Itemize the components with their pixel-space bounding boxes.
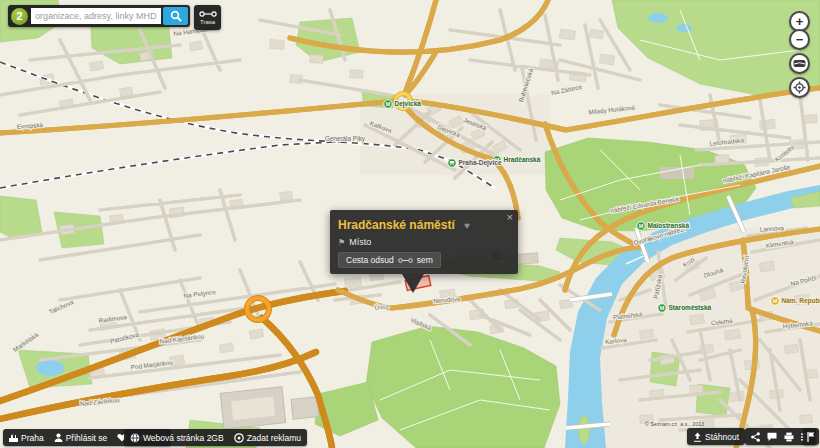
website-promo-label: Webová stránka 2GB: [143, 433, 224, 443]
route-to-label: sem: [417, 255, 433, 265]
popup-pointer: [402, 274, 424, 293]
bottom-promo-toolbar: Webová stránka 2GB Zadat reklamu: [124, 429, 307, 446]
share-icon: [751, 432, 760, 442]
route-icon: [199, 10, 217, 18]
metro-station-badge[interactable]: MNám. Republiky: [771, 297, 820, 306]
svg-text:M: M: [660, 305, 665, 311]
map-label: Na Zátorce: [551, 83, 583, 96]
app-logo-icon: 2: [11, 8, 28, 25]
popup-close-icon[interactable]: ×: [507, 212, 513, 223]
sign-in-label: Přihlásit se: [66, 433, 108, 443]
download-icon: [693, 432, 702, 442]
map-label: Milady Horákové: [588, 104, 636, 117]
svg-text:M: M: [639, 223, 644, 229]
station-label: Nám. Republiky: [782, 297, 820, 305]
search-bar: 2: [8, 5, 190, 27]
feedback-button[interactable]: [767, 432, 777, 442]
print-button[interactable]: [784, 432, 794, 442]
map-label: Letohradská: [709, 136, 745, 147]
station-label: Malostranská: [648, 222, 690, 229]
map-label: Na Petynce: [183, 288, 217, 300]
advertise-link[interactable]: Zadat reklamu: [234, 433, 301, 443]
place-popup: Hradčanské náměstí ♥ × ⚑ Místo Cesta ods…: [330, 210, 518, 274]
zoom-out-button[interactable]: −: [789, 29, 810, 50]
map-app: EvropskáNa HanspaulceGenerála PíkyKafkov…: [0, 0, 820, 448]
metro-station-badge[interactable]: MDejvická: [384, 100, 421, 109]
advertise-label: Zadat reklamu: [247, 433, 301, 443]
report-flag-button[interactable]: [803, 428, 819, 445]
station-label: Hradčanská: [504, 156, 541, 163]
crosshair-icon: [793, 81, 806, 94]
station-label: Dejvická: [395, 100, 422, 108]
favorite-heart-icon[interactable]: ♥: [464, 220, 470, 231]
route-button-label: Trasa: [200, 19, 215, 25]
download-item: Stáhnout: [693, 432, 739, 442]
map-label: Generála Píky: [325, 135, 366, 143]
website-promo-link[interactable]: Webová stránka 2GB: [130, 433, 224, 443]
city-label: Praha: [21, 433, 44, 443]
popup-route-button[interactable]: Cesta odsud sem: [338, 252, 441, 268]
download-label: Stáhnout: [705, 432, 739, 442]
share-button[interactable]: [751, 432, 760, 442]
svg-text:M: M: [773, 298, 778, 304]
chat-icon: [767, 432, 777, 442]
map-attribution: © Seznam.cz, a.s., 2013: [645, 421, 704, 427]
sign-in-button[interactable]: Přihlásit se: [54, 433, 108, 443]
download-button[interactable]: Stáhnout: [687, 428, 745, 445]
globe-icon: [130, 433, 140, 443]
map-label: Markétská: [12, 330, 40, 353]
city-selector[interactable]: Praha: [9, 433, 44, 443]
locate-button[interactable]: [789, 77, 810, 98]
panorama-button[interactable]: [789, 53, 810, 74]
map-label: Patočkova: [109, 331, 140, 345]
popup-category-row: ⚑ Místo: [338, 237, 510, 247]
print-icon: [784, 432, 794, 442]
station-label: Staroměstská: [669, 304, 712, 311]
route-from-label: Cesta odsud: [346, 255, 394, 265]
panorama-icon: [793, 59, 806, 68]
popup-category-label: Místo: [349, 237, 371, 247]
search-input[interactable]: [31, 8, 161, 24]
map-label: Nerudova: [433, 295, 461, 304]
search-button[interactable]: [163, 7, 188, 25]
map-label: Úvoz: [374, 301, 389, 310]
flag-icon: [807, 432, 815, 442]
user-icon: [54, 433, 63, 442]
svg-text:M: M: [386, 101, 391, 107]
station-label: Praha-Dejvice: [459, 159, 502, 167]
city-icon: [9, 433, 18, 442]
route-planner-button[interactable]: Trasa: [194, 5, 221, 30]
target-icon: [234, 433, 244, 443]
place-flag-icon: ⚑: [338, 238, 345, 247]
route-icon: [398, 257, 413, 264]
search-icon: [170, 10, 182, 22]
popup-title: Hradčanské náměstí: [338, 218, 455, 232]
